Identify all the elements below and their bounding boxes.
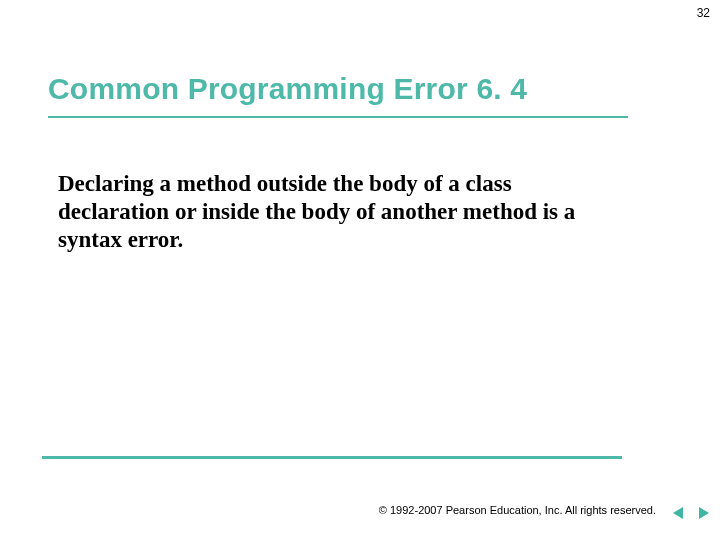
svg-marker-0	[673, 507, 683, 519]
copyright: © 1992-2007 Pearson Education, Inc. All …	[379, 504, 656, 516]
prev-button[interactable]	[670, 504, 688, 522]
copyright-text: 1992-2007 Pearson Education, Inc. All ri…	[390, 504, 656, 516]
triangle-right-icon	[695, 505, 711, 521]
next-button[interactable]	[694, 504, 712, 522]
copyright-symbol: ©	[379, 504, 387, 516]
nav-controls	[670, 504, 712, 522]
divider-bottom	[42, 456, 622, 459]
slide: 32 Common Programming Error 6. 4 Declari…	[0, 0, 720, 540]
slide-title: Common Programming Error 6. 4	[48, 72, 527, 106]
svg-marker-1	[699, 507, 709, 519]
page-number: 32	[697, 6, 710, 20]
triangle-left-icon	[671, 505, 687, 521]
divider-top	[48, 116, 628, 118]
body-text: Declaring a method outside the body of a…	[58, 170, 588, 254]
